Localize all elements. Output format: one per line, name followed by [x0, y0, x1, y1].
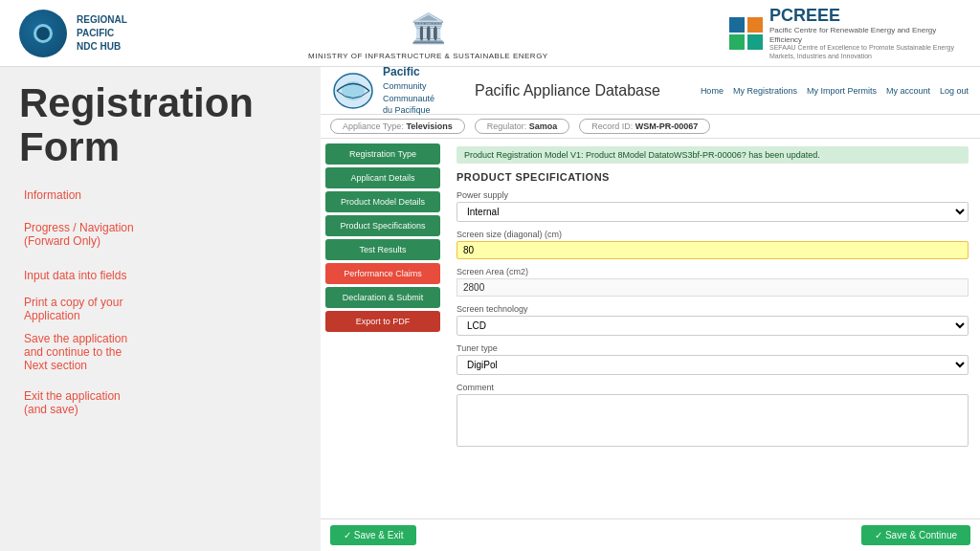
main-area: Registration Form Information Progress /… — [0, 67, 980, 551]
textarea-comment[interactable] — [457, 394, 969, 447]
registration-form-title: Registration Form — [19, 81, 301, 169]
sq-teal — [747, 34, 763, 50]
ministry-center: 🏛️ MINISTRY OF INFRASTRUCTURE & SUSTAINA… — [308, 7, 548, 60]
record-id-label: Record ID: — [591, 121, 633, 131]
select-power-supply[interactable]: Internal — [457, 202, 969, 222]
sidebar-btn-test-results[interactable]: Test Results — [325, 239, 440, 260]
input-screen-size[interactable] — [457, 241, 969, 259]
field-screen-size: Screen size (diagonal) (cm) — [457, 230, 969, 259]
sidebar-btn-registration-type[interactable]: Registration Type — [325, 143, 440, 165]
info-bar: Appliance Type: Televisions Regulator: S… — [321, 115, 980, 139]
sidebar-btn-product-specifications[interactable]: Product Specifications — [325, 215, 440, 236]
sidebar-btn-export-pdf[interactable]: Export to PDF — [325, 311, 440, 332]
annotation-save-continue: Save the application and continue to the… — [19, 332, 301, 372]
field-tuner-type: Tuner type DigiPol — [457, 343, 969, 375]
bottom-bar: ✓ Save & Exit ✓ Save & Continue — [321, 518, 980, 551]
appliance-type-value: Televisions — [406, 121, 452, 131]
select-screen-technology[interactable]: LCD — [457, 316, 969, 336]
nav-import-permits[interactable]: My Import Permits — [807, 86, 877, 96]
save-continue-button[interactable]: ✓ Save & Continue — [861, 525, 970, 545]
nav-home[interactable]: Home — [701, 86, 724, 96]
field-comment: Comment — [457, 383, 969, 449]
app-title: Pacific Appliance Database — [475, 82, 660, 99]
left-annotation-panel: Registration Form Information Progress /… — [0, 67, 321, 551]
annotation-progress: Progress / Navigation (Forward Only) — [19, 221, 301, 248]
pcreee-subtitle: Pacific Centre for Renewable Energy and … — [769, 26, 961, 44]
annotation-print: Print a copy of your Application — [19, 296, 301, 322]
pac-logo-icon — [332, 72, 375, 110]
sidebar-btn-product-model-details[interactable]: Product Model Details — [325, 191, 440, 212]
app-nav: Home My Registrations My Import Permits … — [701, 86, 969, 96]
ndc-hub-logo-inner — [33, 24, 53, 43]
form-area: Product Registration Model V1: Product 8… — [445, 139, 980, 518]
field-screen-technology: Screen technology LCD — [457, 304, 969, 336]
ministry-icon: 🏛️ — [409, 7, 447, 50]
pcreee-title: PCREEE — [769, 6, 961, 26]
pcreee-text-group: PCREEE Pacific Centre for Renewable Ener… — [769, 6, 961, 60]
pacific-community-logo: Pacific Community Communauté du Pacifiqu… — [332, 67, 434, 117]
page-header: REGIONAL PACIFIC NDC HUB 🏛️ MINISTRY OF … — [0, 0, 980, 67]
field-power-supply: Power supply Internal — [457, 190, 969, 222]
success-message: Product Registration Model V1: Product 8… — [457, 146, 969, 164]
appliance-type-label: Appliance Type: — [343, 121, 404, 131]
sidebar-btn-applicant-details[interactable]: Applicant Details — [325, 167, 440, 188]
annotation-information: Information — [19, 188, 301, 202]
label-screen-area: Screen Area (cm2) — [457, 267, 969, 276]
sq-orange — [747, 17, 763, 33]
app-body: Registration Type Applicant Details Prod… — [321, 139, 980, 518]
select-tuner-type[interactable]: DigiPol — [457, 355, 969, 375]
record-id-pill: Record ID: WSM-PR-00067 — [579, 119, 710, 134]
regulator-pill: Regulator: Samoa — [475, 119, 570, 134]
left-logo-group: REGIONAL PACIFIC NDC HUB — [19, 10, 127, 57]
sq-blue — [729, 17, 745, 33]
sq-green — [729, 34, 745, 50]
pac-logo-text: Pacific Community Communauté du Pacifiqu… — [383, 67, 434, 117]
ndc-hub-logo — [19, 10, 67, 57]
field-screen-area: Screen Area (cm2) 2800 — [457, 267, 969, 297]
app-sub-header: Pacific Community Communauté du Pacifiqu… — [321, 67, 980, 115]
ministry-label: MINISTRY OF INFRASTRUCTURE & SUSTAINABLE… — [308, 52, 548, 60]
nav-logout[interactable]: Log out — [940, 86, 969, 96]
page-wrapper: REGIONAL PACIFIC NDC HUB 🏛️ MINISTRY OF … — [0, 0, 980, 551]
save-exit-button[interactable]: ✓ Save & Exit — [330, 525, 416, 545]
pcreee-tagline: SEFAAU Centre of Excellence to Promote S… — [769, 44, 961, 60]
right-panel: Pacific Community Communauté du Pacifiqu… — [321, 67, 980, 551]
regulator-label: Regulator: — [487, 121, 527, 131]
ndc-hub-text: REGIONAL PACIFIC NDC HUB — [77, 13, 127, 54]
label-screen-size: Screen size (diagonal) (cm) — [457, 230, 969, 239]
record-id-value: WSM-PR-00067 — [635, 121, 699, 131]
sidebar-btn-declaration-submit[interactable]: Declaration & Submit — [325, 287, 440, 308]
readonly-screen-area: 2800 — [457, 278, 969, 297]
label-power-supply: Power supply — [457, 190, 969, 200]
pcreee-squares — [729, 17, 764, 50]
annotation-input: Input data into fields — [19, 269, 301, 282]
label-tuner-type: Tuner type — [457, 343, 969, 353]
sidebar: Registration Type Applicant Details Prod… — [321, 139, 445, 518]
nav-account[interactable]: My account — [886, 86, 930, 96]
sidebar-btn-performance-claims[interactable]: Performance Claims — [325, 263, 440, 284]
pcreee-group: PCREEE Pacific Centre for Renewable Ener… — [729, 6, 961, 60]
annotation-exit: Exit the application (and save) — [19, 389, 301, 416]
label-screen-technology: Screen technology — [457, 304, 969, 314]
regulator-value: Samoa — [529, 121, 558, 131]
nav-registrations[interactable]: My Registrations — [733, 86, 797, 96]
section-title: PRODUCT SPECIFICATIONS — [457, 171, 969, 183]
appliance-type-pill: Appliance Type: Televisions — [330, 119, 465, 134]
label-comment: Comment — [457, 383, 969, 392]
